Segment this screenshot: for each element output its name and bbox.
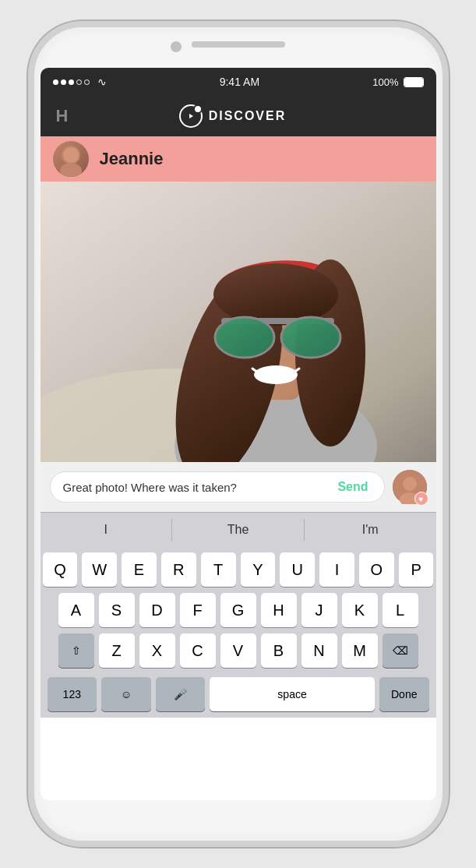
key-d[interactable]: D bbox=[139, 593, 175, 627]
space-key[interactable]: space bbox=[210, 677, 375, 711]
key-f[interactable]: F bbox=[180, 593, 216, 627]
profile-name: Jeannie bbox=[100, 149, 164, 169]
autocomplete-item-3[interactable]: I'm bbox=[305, 513, 436, 546]
key-h[interactable]: H bbox=[261, 593, 297, 627]
key-z[interactable]: Z bbox=[99, 633, 135, 668]
key-q[interactable]: Q bbox=[43, 552, 78, 587]
key-w[interactable]: W bbox=[82, 552, 117, 587]
photo-svg bbox=[41, 182, 436, 462]
key-b[interactable]: B bbox=[261, 633, 297, 668]
heart-badge: ♥ bbox=[414, 492, 428, 506]
mic-icon: 🎤 bbox=[174, 688, 187, 700]
wifi-icon: ∿ bbox=[97, 76, 107, 88]
key-i[interactable]: I bbox=[319, 552, 354, 587]
key-t[interactable]: T bbox=[201, 552, 236, 587]
signal-dot-2 bbox=[61, 79, 66, 85]
key-k[interactable]: K bbox=[342, 593, 378, 627]
key-a[interactable]: A bbox=[58, 593, 94, 627]
key-e[interactable]: E bbox=[122, 552, 157, 587]
battery-body bbox=[404, 77, 424, 87]
signal-dot-1 bbox=[53, 79, 58, 85]
battery-percent: 100% bbox=[372, 76, 398, 88]
emoji-key[interactable]: ☺ bbox=[101, 677, 151, 711]
key-j[interactable]: J bbox=[301, 593, 337, 627]
signal-dot-3 bbox=[69, 79, 74, 85]
key-v[interactable]: V bbox=[220, 633, 256, 668]
key-p[interactable]: P bbox=[399, 552, 434, 587]
key-x[interactable]: X bbox=[139, 633, 175, 668]
svg-point-2 bbox=[63, 147, 79, 163]
battery-fill bbox=[404, 78, 423, 86]
photo-area bbox=[41, 182, 436, 462]
key-n[interactable]: N bbox=[301, 633, 337, 668]
send-button[interactable]: Send bbox=[334, 480, 371, 494]
keyboard: Q W E R T Y U I O P A S D F G bbox=[41, 546, 436, 718]
key-g[interactable]: G bbox=[220, 593, 256, 627]
sender-avatar: ♥ bbox=[393, 470, 427, 504]
photo-content bbox=[41, 182, 436, 462]
discover-icon bbox=[179, 104, 203, 128]
phone-frame: ∿ 9:41 AM 100% H bbox=[28, 21, 449, 847]
profile-header: Jeannie bbox=[41, 136, 436, 182]
key-s[interactable]: S bbox=[99, 593, 135, 627]
status-right: 100% bbox=[372, 76, 423, 88]
key-row-1: Q W E R T Y U I O P bbox=[43, 552, 434, 587]
signal-dot-5 bbox=[84, 79, 90, 85]
key-m[interactable]: M bbox=[342, 633, 378, 668]
mic-key[interactable]: 🎤 bbox=[156, 677, 206, 711]
profile-avatar[interactable] bbox=[53, 141, 89, 177]
autocomplete-item-2[interactable]: The bbox=[172, 513, 304, 546]
key-c[interactable]: C bbox=[180, 633, 216, 668]
key-o[interactable]: O bbox=[359, 552, 394, 587]
key-l[interactable]: L bbox=[383, 593, 418, 627]
message-input-box[interactable]: Great photo! Where was it taken? Send bbox=[50, 471, 385, 503]
nav-title: DISCOVER bbox=[209, 109, 287, 123]
svg-point-1 bbox=[60, 163, 82, 177]
bottom-bar: 123 ☺ 🎤 space Done bbox=[43, 674, 434, 715]
key-u[interactable]: U bbox=[280, 552, 315, 587]
key-row-2: A S D F G H J K L bbox=[43, 593, 434, 627]
nav-bar: H DISCOVER bbox=[41, 96, 436, 136]
status-left: ∿ bbox=[53, 76, 107, 88]
status-time: 9:41 AM bbox=[220, 76, 259, 88]
shift-key[interactable]: ⇧ bbox=[58, 633, 94, 668]
key-row-3: ⇧ Z X C V B N M ⌫ bbox=[43, 633, 434, 668]
phone-screen: ∿ 9:41 AM 100% H bbox=[41, 68, 436, 800]
backspace-key[interactable]: ⌫ bbox=[383, 633, 418, 668]
signal-dot-4 bbox=[76, 79, 82, 85]
status-bar: ∿ 9:41 AM 100% bbox=[41, 68, 436, 96]
battery-icon bbox=[404, 77, 424, 87]
nav-center: DISCOVER bbox=[179, 104, 287, 128]
autocomplete-item-1[interactable]: I bbox=[41, 513, 172, 546]
phone-wrapper: ∿ 9:41 AM 100% H bbox=[0, 0, 476, 868]
numbers-key[interactable]: 123 bbox=[48, 677, 97, 711]
svg-point-19 bbox=[403, 477, 417, 491]
svg-point-17 bbox=[254, 365, 298, 384]
avatar-svg bbox=[53, 141, 89, 177]
avatar-image bbox=[53, 141, 89, 177]
autocomplete-bar: I The I'm bbox=[41, 512, 436, 546]
signal-dots bbox=[53, 79, 90, 85]
arrow-icon bbox=[189, 114, 193, 118]
message-area: Great photo! Where was it taken? Send ♥ bbox=[41, 462, 436, 512]
message-text: Great photo! Where was it taken? bbox=[63, 481, 237, 494]
nav-logo-icon[interactable]: H bbox=[56, 106, 69, 126]
svg-point-11 bbox=[213, 263, 338, 326]
key-r[interactable]: R bbox=[161, 552, 196, 587]
done-key[interactable]: Done bbox=[379, 677, 429, 711]
key-y[interactable]: Y bbox=[241, 552, 276, 587]
